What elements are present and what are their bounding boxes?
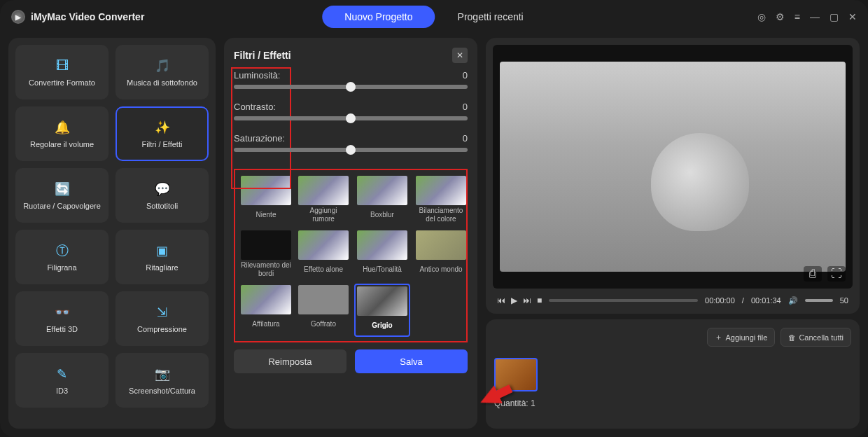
sidebar-icon: 🔔 bbox=[52, 119, 72, 136]
filter-label: Rilevamento dei bordi bbox=[241, 261, 291, 278]
filter-thumbnail bbox=[357, 286, 407, 316]
video-preview[interactable]: ⎙ ⛶ bbox=[493, 45, 853, 289]
queue-panel: ＋ Aggiungi file 🗑 Cancella tutti Quantit… bbox=[486, 319, 860, 429]
slider-track-2[interactable] bbox=[234, 148, 468, 152]
preview-panel: ⎙ ⛶ ⏮ ▶ ⏭ ■ 00:00:00 / 00:01:34 🔊 bbox=[486, 38, 860, 314]
filters-grid: NienteAggiungi rumoreBoxblurBilanciament… bbox=[234, 169, 468, 342]
clear-all-button[interactable]: 🗑 Cancella tutti bbox=[780, 328, 851, 347]
slider-value: 0 bbox=[463, 133, 468, 144]
sidebar-icon: 👓 bbox=[52, 304, 72, 321]
tab-new-project[interactable]: Nuovo Progetto bbox=[322, 6, 435, 28]
filter-label: Bilanciamento del colore bbox=[416, 207, 466, 223]
menu-icon[interactable]: ≡ bbox=[794, 11, 800, 22]
app-title: iMyMac Video Converter bbox=[31, 11, 144, 22]
sidebar-item-4[interactable]: 🔄Ruotare / Capovolgere bbox=[15, 168, 108, 223]
filter-thumbnail bbox=[357, 230, 407, 260]
sidebar-item-8[interactable]: 👓Effetti 3D bbox=[15, 291, 108, 346]
filter-item-rilevamento-dei-bordi[interactable]: Rilevamento dei bordi bbox=[239, 229, 293, 279]
slider-value: 0 bbox=[463, 70, 468, 81]
sidebar-item-3[interactable]: ✨Filtri / Effetti bbox=[115, 106, 209, 161]
slider-track-1[interactable] bbox=[234, 116, 468, 120]
tab-recent-projects[interactable]: Progetti recenti bbox=[435, 6, 546, 28]
app-window: ▶ iMyMac Video Converter Nuovo Progetto … bbox=[0, 0, 868, 437]
filter-label: Grigio bbox=[372, 317, 392, 334]
filter-item-effetto-alone[interactable]: Effetto alone bbox=[297, 229, 350, 279]
screenshot-icon[interactable]: ⎙ bbox=[804, 266, 822, 282]
sidebar-item-label: Ritagliare bbox=[146, 263, 178, 272]
filter-item-niente[interactable]: Niente bbox=[239, 174, 293, 225]
filters-panel: Filtri / Effetti ✕ Luminosità:0Contrasto… bbox=[224, 38, 477, 429]
playback-controls: ⏮ ▶ ⏭ ■ 00:00:00 / 00:01:34 🔊 50 bbox=[493, 289, 853, 307]
right-column: ⎙ ⛶ ⏮ ▶ ⏭ ■ 00:00:00 / 00:01:34 🔊 bbox=[486, 38, 860, 429]
reset-button[interactable]: Reimposta bbox=[234, 349, 346, 373]
time-current: 00:00:00 bbox=[705, 296, 735, 305]
sidebar-item-6[interactable]: ⓉFiligrana bbox=[15, 230, 108, 284]
sidebar-icon: ▣ bbox=[153, 242, 172, 259]
filter-thumbnail bbox=[357, 176, 407, 205]
sidebar-item-7[interactable]: ▣Ritagliare bbox=[115, 230, 209, 284]
sidebar-item-5[interactable]: 💬Sottotitoli bbox=[115, 168, 209, 223]
panel-close-icon[interactable]: ✕ bbox=[452, 48, 468, 63]
stop-icon[interactable]: ■ bbox=[537, 296, 542, 305]
save-button[interactable]: Salva bbox=[355, 349, 468, 373]
window-controls: ◎ ⚙ ≡ — ▢ ✕ bbox=[757, 11, 857, 22]
filter-item-goffrato[interactable]: Goffrato bbox=[297, 284, 350, 337]
queue-count: Quantità: 1 bbox=[494, 398, 851, 408]
titlebar: ▶ iMyMac Video Converter Nuovo Progetto … bbox=[0, 0, 868, 34]
filter-item-bilanciamento-del-colore[interactable]: Bilanciamento del colore bbox=[414, 174, 468, 225]
sidebar-icon: Ⓣ bbox=[52, 242, 72, 259]
sidebar-icon: 🎞 bbox=[52, 57, 72, 74]
close-icon[interactable]: ✕ bbox=[848, 11, 857, 22]
minimize-icon[interactable]: — bbox=[810, 11, 820, 22]
progress-bar[interactable] bbox=[549, 299, 698, 302]
queue-item[interactable] bbox=[494, 358, 538, 391]
sidebar-item-9[interactable]: ⇲Compressione bbox=[115, 291, 209, 346]
filter-thumbnail bbox=[241, 285, 291, 314]
sidebar-item-label: Ruotare / Capovolgere bbox=[23, 202, 101, 210]
add-file-button[interactable]: ＋ Aggiungi file bbox=[707, 328, 775, 347]
filter-item-boxblur[interactable]: Boxblur bbox=[354, 174, 410, 225]
slider-thumb[interactable] bbox=[346, 82, 356, 92]
sidebar-item-2[interactable]: 🔔Regolare il volume bbox=[15, 106, 108, 161]
filter-label: Aggiungi rumore bbox=[298, 207, 349, 223]
slider-label: Contrasto: bbox=[234, 102, 276, 112]
sidebar-item-1[interactable]: 🎵Musica di sottofondo bbox=[115, 45, 209, 99]
filter-label: Hue/Tonalità bbox=[363, 261, 402, 278]
filter-label: Antico mondo bbox=[419, 261, 462, 278]
fullscreen-icon[interactable]: ⛶ bbox=[827, 266, 846, 282]
filter-thumbnail bbox=[298, 230, 349, 260]
filter-thumbnail bbox=[298, 176, 349, 205]
filter-item-antico-mondo[interactable]: Antico mondo bbox=[414, 229, 468, 279]
sidebar-item-label: Convertire Formato bbox=[29, 78, 95, 87]
play-icon[interactable]: ▶ bbox=[511, 296, 517, 305]
filter-label: Affilatura bbox=[252, 316, 279, 333]
slider-thumb[interactable] bbox=[346, 113, 356, 123]
sidebar-item-label: Compressione bbox=[137, 325, 187, 333]
filter-item-grigio[interactable]: Grigio bbox=[354, 284, 410, 337]
slider-thumb[interactable] bbox=[346, 145, 356, 155]
sidebar-item-label: Sottotitoli bbox=[146, 202, 178, 210]
slider-label: Luminosità: bbox=[234, 70, 280, 81]
filter-item-hue-tonalit-[interactable]: Hue/Tonalità bbox=[354, 229, 410, 279]
filter-item-affilatura[interactable]: Affilatura bbox=[239, 284, 293, 337]
sidebar-item-label: Effetti 3D bbox=[46, 325, 78, 333]
sidebar-item-11[interactable]: 📷Screenshot/Cattura bbox=[115, 353, 209, 408]
filter-item-aggiungi-rumore[interactable]: Aggiungi rumore bbox=[297, 174, 350, 225]
filter-label: Niente bbox=[256, 207, 276, 223]
sidebar-item-10[interactable]: ✎ID3 bbox=[15, 353, 108, 408]
filter-thumbnail bbox=[241, 230, 291, 260]
filter-label: Boxblur bbox=[370, 207, 394, 223]
sidebar-item-0[interactable]: 🎞Convertire Formato bbox=[15, 45, 108, 99]
account-icon[interactable]: ◎ bbox=[757, 11, 766, 22]
slider-track-0[interactable] bbox=[234, 85, 468, 89]
volume-icon[interactable]: 🔊 bbox=[788, 296, 798, 305]
sidebar-icon: 🔄 bbox=[52, 181, 72, 197]
sidebar-icon: ⇲ bbox=[153, 304, 172, 321]
sidebar: 🎞Convertire Formato🎵Musica di sottofondo… bbox=[8, 38, 216, 429]
volume-slider[interactable] bbox=[805, 299, 833, 302]
maximize-icon[interactable]: ▢ bbox=[830, 11, 839, 22]
gear-icon[interactable]: ⚙ bbox=[776, 11, 785, 22]
next-icon[interactable]: ⏭ bbox=[523, 296, 531, 305]
prev-icon[interactable]: ⏮ bbox=[497, 296, 505, 305]
sidebar-item-label: Filigrana bbox=[47, 263, 76, 272]
